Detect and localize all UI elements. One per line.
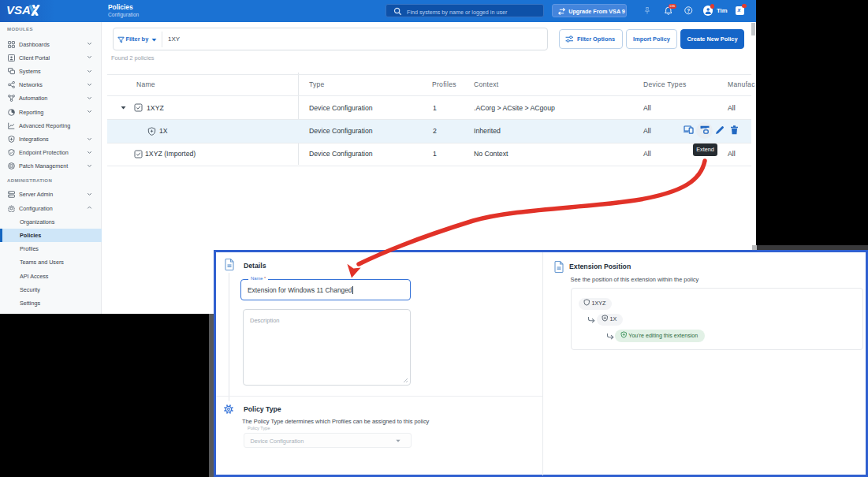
svg-text:?: ?: [687, 8, 690, 13]
